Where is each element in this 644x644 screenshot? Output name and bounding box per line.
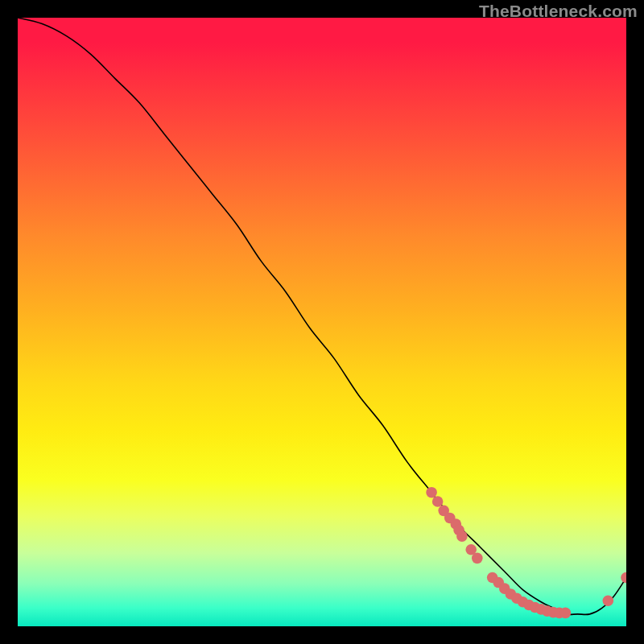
data-point [547,607,559,618]
data-point [487,572,498,584]
data-point [506,588,517,600]
data-point [493,577,504,588]
data-point [444,513,456,524]
data-point [451,518,462,530]
data-point [535,604,547,615]
data-point [511,592,522,604]
data-point [523,600,535,611]
data-point [560,608,572,619]
data-point [472,553,483,564]
data-point [542,605,553,617]
chart-stage: TheBottleneck.com [0,0,644,644]
data-point [453,525,464,536]
data-point [499,583,510,594]
gradient-plot-area [18,18,626,626]
data-point [518,597,529,608]
data-point [554,608,565,619]
bottleneck-curve [18,18,626,626]
data-point [465,544,477,555]
data-points-group [426,487,626,618]
data-point [603,595,614,606]
curve-path [18,18,626,614]
data-point [530,602,541,613]
data-point [426,487,437,498]
data-point [456,530,468,542]
data-point [621,572,626,584]
data-point [438,506,449,517]
data-point [432,496,444,507]
